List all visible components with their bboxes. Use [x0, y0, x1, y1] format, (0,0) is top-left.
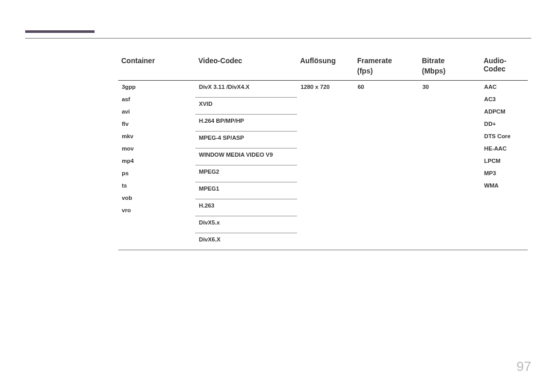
list-item: XVID	[195, 98, 297, 115]
codec-spec-table: Container Video-Codec Auflösung Framerat…	[118, 54, 528, 250]
list-item: MP3	[484, 170, 524, 176]
horizontal-rule	[25, 38, 531, 39]
list-item: MPEG2	[195, 165, 297, 182]
list-item: flv	[122, 121, 192, 127]
list-item: WINDOW MEDIA VIDEO V9	[195, 148, 297, 165]
page-number: 97	[516, 359, 531, 375]
cell-container: 3gpp asf avi flv mkv mov mp4 ps ts vob v…	[118, 81, 195, 250]
bitrate-value: 30	[419, 81, 480, 93]
cell-frame: 60	[354, 81, 419, 250]
list-item: H.263	[195, 199, 297, 216]
th-container: Container	[118, 54, 195, 81]
container-list: 3gpp asf avi flv mkv mov mp4 ps ts vob v…	[118, 81, 195, 216]
list-item: AAC	[484, 84, 524, 90]
list-item: MPEG1	[195, 182, 297, 199]
list-item: ADPCM	[484, 108, 524, 115]
list-item: DivX6.X	[195, 233, 297, 250]
th-frame: Framerate(fps)	[354, 54, 419, 81]
list-item: DivX 3.11 /DivX4.X	[195, 81, 297, 98]
list-item: MPEG-4 SP/ASP	[195, 132, 297, 148]
resolution-value: 1280 x 720	[297, 81, 354, 93]
table-row: 3gpp asf avi flv mkv mov mp4 ps ts vob v…	[118, 81, 528, 250]
list-item: DivX5.x	[195, 216, 297, 233]
list-item: asf	[122, 96, 192, 102]
cell-audio: AAC AC3 ADPCM DD+ DTS Core HE-AAC LPCM M…	[480, 81, 528, 250]
list-item: DTS Core	[484, 133, 524, 139]
th-aufl: Auflösung	[297, 54, 354, 81]
codec-table-container: Container Video-Codec Auflösung Framerat…	[118, 54, 528, 250]
list-item: mov	[122, 145, 192, 152]
list-item: WMA	[484, 182, 524, 189]
th-video: Video-Codec	[195, 54, 297, 81]
list-item: ts	[122, 182, 192, 189]
list-item: H.264 BP/MP/HP	[195, 115, 297, 132]
list-item: HE-AAC	[484, 145, 524, 152]
cell-aufl: 1280 x 720	[297, 81, 354, 250]
audio-codec-list: AAC AC3 ADPCM DD+ DTS Core HE-AAC LPCM M…	[480, 81, 528, 192]
list-item: DD+	[484, 121, 524, 127]
list-item: vob	[122, 195, 192, 201]
cell-video: DivX 3.11 /DivX4.X XVID H.264 BP/MP/HP M…	[195, 81, 297, 250]
list-item: avi	[122, 108, 192, 115]
th-bitrate: Bitrate(Mbps)	[419, 54, 480, 81]
cell-bitrate: 30	[419, 81, 480, 250]
list-item: mp4	[122, 158, 192, 164]
accent-bar	[25, 30, 95, 33]
list-item: mkv	[122, 133, 192, 139]
list-item: vro	[122, 207, 192, 213]
framerate-value: 60	[354, 81, 419, 93]
list-item: LPCM	[484, 158, 524, 164]
table-header-row: Container Video-Codec Auflösung Framerat…	[118, 54, 528, 81]
th-audio: Audio-Codec	[480, 54, 528, 81]
video-codec-list: DivX 3.11 /DivX4.X XVID H.264 BP/MP/HP M…	[195, 81, 297, 250]
list-item: ps	[122, 170, 192, 176]
list-item: 3gpp	[122, 84, 192, 90]
list-item: AC3	[484, 96, 524, 102]
